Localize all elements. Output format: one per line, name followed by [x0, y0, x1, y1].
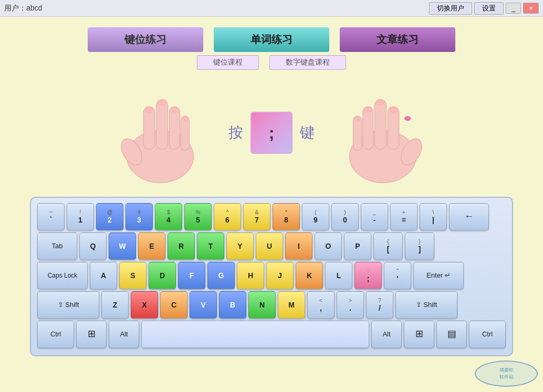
key-x[interactable]: X	[131, 291, 158, 319]
tab-keyloc[interactable]: 键位练习	[88, 27, 203, 52]
svg-point-19	[389, 107, 398, 113]
key-s[interactable]: S	[119, 262, 147, 289]
key-g[interactable]: G	[207, 262, 235, 289]
svg-point-17	[364, 107, 372, 113]
key-6[interactable]: ^6	[214, 203, 241, 230]
key-row-zxcv: ⇧ Shift Z X C V B N M <, >. ?/ ⇧ Shift	[37, 291, 506, 319]
key-d[interactable]: D	[149, 262, 176, 289]
key-c[interactable]: C	[160, 291, 187, 319]
key-i[interactable]: I	[285, 232, 312, 260]
key-backslash[interactable]: \|	[420, 203, 447, 230]
svg-rect-12	[353, 116, 362, 150]
key-z[interactable]: Z	[101, 291, 129, 319]
key-0[interactable]: )0	[331, 203, 359, 230]
practice-area: 按 ; 键	[11, 75, 532, 190]
key-y[interactable]: Y	[226, 232, 254, 260]
left-hand	[113, 80, 207, 185]
key-enter[interactable]: Enter ↵	[413, 262, 464, 289]
key-alt-right[interactable]: Alt	[371, 321, 402, 348]
key-minus[interactable]: _-	[361, 203, 388, 230]
key-shift-right[interactable]: ⇧ Shift	[395, 291, 457, 319]
key-alt-left[interactable]: Alt	[109, 321, 139, 348]
key-slash[interactable]: ?/	[366, 291, 393, 319]
key-f[interactable]: F	[178, 262, 205, 289]
main-content: 键位练习 单词练习 文章练习 键位课程 数字键盘课程	[0, 17, 543, 362]
key-4[interactable]: $4	[155, 203, 182, 230]
tab-word[interactable]: 单词练习	[214, 27, 329, 52]
current-key: ;	[269, 123, 275, 143]
svg-point-18	[376, 99, 384, 105]
subtab-keycourse[interactable]: 键位课程	[197, 55, 259, 70]
key-row-numbers: ~` !1 @2 #3 $4 %5 ^6 &7 *8 (9 )0 _- += \…	[37, 203, 506, 230]
settings-button[interactable]: 设置	[474, 2, 504, 15]
key-1[interactable]: !1	[67, 203, 94, 230]
key-tab[interactable]: Tab	[37, 232, 77, 260]
keyboard: ~` !1 @2 #3 $4 %5 ^6 &7 *8 (9 )0 _- += \…	[30, 197, 513, 356]
watermark: 偶要吃软件站	[475, 361, 538, 387]
current-key-box: ;	[250, 112, 293, 154]
key-win-right[interactable]: ⊞	[404, 321, 434, 348]
key-h[interactable]: H	[237, 262, 264, 289]
key-row-asdf: Caps Lock A S D F G H J K L :; "' Enter …	[37, 262, 506, 289]
key-ctrl-left[interactable]: Ctrl	[37, 321, 74, 348]
svg-rect-14	[375, 99, 387, 149]
key-a[interactable]: A	[90, 262, 117, 289]
svg-rect-5	[181, 116, 189, 150]
subtabs: 键位课程 数字键盘课程	[11, 55, 532, 70]
titlebar-controls: 切换用户 设置 _ ×	[429, 2, 539, 15]
key-r[interactable]: R	[168, 232, 195, 260]
key-space[interactable]	[141, 321, 369, 348]
key-equals[interactable]: +=	[390, 203, 417, 230]
close-button[interactable]: ×	[523, 3, 539, 14]
key-q[interactable]: Q	[79, 232, 107, 260]
key-comma[interactable]: <,	[307, 291, 335, 319]
key-l[interactable]: L	[325, 262, 352, 289]
user-label: 用户：	[4, 4, 26, 12]
key-8[interactable]: *8	[273, 203, 300, 230]
switch-user-button[interactable]: 切换用户	[429, 2, 472, 15]
key-b[interactable]: B	[219, 291, 246, 319]
key-k[interactable]: K	[296, 262, 323, 289]
press-label-before: 按	[228, 123, 243, 143]
svg-rect-13	[363, 107, 373, 150]
key-v[interactable]: V	[190, 291, 217, 319]
key-semicolon[interactable]: :;	[354, 262, 382, 289]
key-menu[interactable]: ▤	[436, 321, 467, 348]
key-u[interactable]: U	[256, 232, 283, 260]
key-2[interactable]: @2	[96, 203, 123, 230]
key-n[interactable]: N	[248, 291, 276, 319]
key-j[interactable]: J	[266, 262, 294, 289]
main-tabs: 键位练习 单词练习 文章练习	[11, 27, 532, 52]
key-win-left[interactable]: ⊞	[76, 321, 107, 348]
key-e[interactable]: E	[138, 232, 165, 260]
key-9[interactable]: (9	[302, 203, 329, 230]
key-t[interactable]: T	[197, 232, 224, 260]
svg-point-9	[182, 116, 189, 121]
key-lbracket[interactable]: {[	[373, 232, 403, 260]
press-label-after: 键	[300, 123, 315, 143]
right-hand	[336, 80, 430, 185]
key-w[interactable]: W	[109, 232, 136, 260]
key-capslock[interactable]: Caps Lock	[37, 262, 88, 289]
svg-point-16	[354, 116, 361, 121]
key-5[interactable]: %5	[184, 203, 212, 230]
key-quote[interactable]: "'	[384, 262, 411, 289]
svg-point-20	[404, 116, 411, 121]
titlebar-user: 用户：abcd	[4, 4, 42, 13]
key-o[interactable]: O	[315, 232, 342, 260]
key-backspace[interactable]: ←	[449, 203, 489, 230]
key-shift-left[interactable]: ⇧ Shift	[37, 291, 99, 319]
key-3[interactable]: #3	[126, 203, 153, 230]
subtab-numcourse[interactable]: 数字键盘课程	[269, 55, 346, 70]
key-m[interactable]: M	[278, 291, 305, 319]
tab-article[interactable]: 文章练习	[340, 27, 455, 52]
key-backtick[interactable]: ~`	[37, 203, 65, 230]
key-7[interactable]: &7	[243, 203, 270, 230]
key-ctrl-right[interactable]: Ctrl	[469, 321, 506, 348]
key-p[interactable]: P	[344, 232, 371, 260]
minimize-button[interactable]: _	[506, 3, 521, 14]
key-period[interactable]: >.	[337, 291, 364, 319]
key-rbracket[interactable]: }]	[405, 232, 434, 260]
svg-rect-3	[156, 99, 168, 149]
svg-rect-4	[169, 107, 180, 150]
